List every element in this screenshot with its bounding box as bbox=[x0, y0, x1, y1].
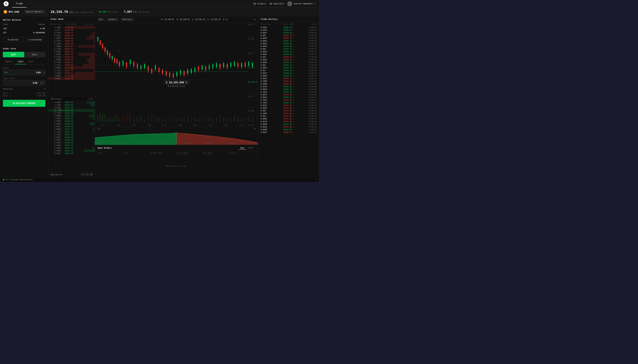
settings-icon[interactable]: ⚙ bbox=[315, 178, 316, 181]
ob-bid-row[interactable]: 3.0000 10331.00 - bbox=[48, 114, 95, 117]
th-price: 10333.00 ↗ bbox=[279, 107, 298, 109]
limit-price-input[interactable] bbox=[3, 80, 39, 86]
advanced-row: Advanced ▾ bbox=[3, 88, 45, 90]
th-col-size: Trade Size bbox=[261, 23, 279, 25]
ob-bid-row[interactable]: 0.7599 10332.90 - bbox=[48, 112, 95, 114]
timeframe-select[interactable]: 5m ▾ bbox=[98, 18, 105, 21]
ob-bid-row[interactable]: 1.0000 10325.45 - bbox=[48, 147, 95, 150]
price-chart-area[interactable]: $10,425 $10,400 $10,375 $10,350 $10,336.… bbox=[95, 23, 258, 127]
ob-bid-row[interactable]: 0.0037 10326.45 - bbox=[48, 136, 95, 139]
limit-tab[interactable]: LIMIT bbox=[15, 60, 26, 64]
user-section[interactable]: Satoshi Nakamoto ▾ bbox=[287, 1, 315, 6]
ob-ask-row[interactable]: 3.0000 10336.35 - bbox=[48, 74, 95, 77]
ob-ask-row[interactable]: 1.4371 10340.00 - bbox=[48, 64, 95, 66]
th-time: 9:49:30 bbox=[298, 59, 316, 61]
ask-my-size: - bbox=[79, 43, 93, 44]
amount-input[interactable] bbox=[9, 70, 42, 75]
bid-size: 2.5100 bbox=[51, 104, 65, 106]
stop-tab[interactable]: STOP bbox=[26, 60, 36, 64]
nav-tab-trade[interactable]: Trade bbox=[12, 0, 26, 8]
ob-bid-row[interactable]: 0.0023 10326.40 - bbox=[48, 139, 95, 141]
agg-decrease-btn[interactable]: − bbox=[86, 173, 89, 176]
max-label[interactable]: Max bbox=[3, 72, 9, 74]
sell-tab[interactable]: SELL bbox=[24, 52, 46, 57]
agg-increase-btn[interactable]: + bbox=[90, 173, 93, 176]
deposit-button[interactable]: ⊕ DEPOSIT bbox=[3, 37, 24, 42]
ob-bid-row[interactable]: 0.0984 10333.50 - bbox=[48, 106, 95, 109]
ob-ask-row[interactable]: 3.0000 10339.25 - bbox=[48, 66, 95, 69]
wallet-row-btc: BTC 0.00000000 bbox=[3, 31, 45, 34]
my-orders-btn[interactable]: My Orders bbox=[254, 2, 266, 5]
left-panel: Wallet Balance Asset Amount USD 0.00 bbox=[0, 16, 48, 177]
ob-bid-row[interactable]: 0.6168 10326.30 - bbox=[48, 141, 95, 144]
th-size: 0.007 bbox=[261, 34, 279, 36]
ob-bid-row[interactable]: 0.0011 10328.15 - bbox=[48, 125, 95, 128]
bid-size: 1.0000 bbox=[51, 128, 65, 130]
chart-expand-btn[interactable]: ▶ bbox=[254, 18, 255, 20]
ob-ask-row[interactable]: 0.0688 10342.15 - bbox=[48, 50, 95, 53]
ob-ask-row[interactable]: 3.1400 10344.45 - bbox=[48, 26, 95, 29]
svg-rect-62 bbox=[107, 50, 108, 55]
th-price: 10332.95 ↗ bbox=[279, 115, 298, 117]
ob-ask-row[interactable]: 0.1100 10342.90 - bbox=[48, 42, 95, 45]
ob-bid-row[interactable]: 4.4045 10335.05 - bbox=[48, 101, 95, 104]
chart-type-select[interactable]: Candle ▾ bbox=[107, 18, 119, 21]
ob-ask-row[interactable]: 0.5922 10344.30 - bbox=[48, 34, 95, 37]
th-size: 0.0031 bbox=[261, 54, 279, 55]
ask-size: 3.0000 bbox=[51, 67, 65, 69]
ob-col-price: Price (USD) bbox=[65, 23, 79, 25]
svg-rect-66 bbox=[112, 56, 113, 59]
ob-bid-row[interactable]: 0.0021 10324.50 - bbox=[48, 152, 95, 155]
ob-bid-row[interactable]: 0.0999 10329.25 - bbox=[48, 120, 95, 122]
chevron-down-icon[interactable]: ▾ bbox=[44, 88, 45, 90]
ob-ask-row[interactable]: 0.7599 10340.35 - bbox=[48, 61, 95, 64]
open-tab[interactable]: Open bbox=[239, 146, 246, 150]
ob-bid-row[interactable]: 0.0500 10325.75 - bbox=[48, 144, 95, 147]
market-select-btn[interactable]: Select Market ▾ bbox=[25, 10, 45, 14]
candlestick-chart-svg bbox=[95, 23, 258, 127]
ohlcv-o: 10,338.05 bbox=[164, 18, 174, 20]
ob-bid-row[interactable]: 0.1022 10326.50 - bbox=[48, 133, 95, 136]
th-size: 0.0463 bbox=[261, 45, 279, 47]
my-wallets-btn[interactable]: My Wallets bbox=[270, 2, 284, 5]
ob-ask-row[interactable]: 1.0007 10344.00 - bbox=[48, 37, 95, 40]
ob-ask-row[interactable]: 0.6100 10341.80 - bbox=[48, 56, 95, 58]
place-order-button[interactable]: PLACE BUY ORDER bbox=[3, 100, 45, 107]
ob-bid-row[interactable]: 1.0000 10327.95 - bbox=[48, 128, 95, 130]
bid-size: 0.0011 bbox=[51, 126, 65, 128]
th-size: 0.2968 bbox=[261, 80, 279, 82]
th-price: 10336.81 ↗ bbox=[279, 29, 298, 31]
ob-ask-row[interactable]: 5.6011 10336.30 - bbox=[48, 77, 95, 80]
ob-ask-row[interactable]: 0.1100 10342.65 - bbox=[48, 48, 95, 50]
ob-bid-row[interactable]: 0.1100 10327.25 - bbox=[48, 130, 95, 133]
open-orders-tabs: Open Fills bbox=[239, 146, 255, 150]
ob-bid-row[interactable]: 2.5100 10334.95 - bbox=[48, 104, 95, 106]
ob-bid-row[interactable]: 3.0268 10329.00 - bbox=[48, 122, 95, 125]
ob-ask-row[interactable]: 0.1047 10343.75 - bbox=[48, 40, 95, 42]
th-size: 0.011 bbox=[261, 70, 279, 72]
ob-ask-row[interactable]: 0.1322 10337.35 - bbox=[48, 69, 95, 72]
overlay-select[interactable]: Overlay ▾ bbox=[121, 18, 134, 21]
btc-icon: ₿ bbox=[4, 10, 7, 14]
ob-ask-row[interactable]: 2.0000 10342.85 - bbox=[48, 45, 95, 48]
ob-bid-row[interactable]: 1.2904 10329.35 - bbox=[48, 117, 95, 120]
ob-bid-row[interactable]: 25.3100 10333.00 - bbox=[48, 109, 95, 112]
ob-ask-row[interactable]: 0.2999 10344.35 - bbox=[48, 32, 95, 34]
ob-ask-row[interactable]: 0.01 10344.40 - bbox=[48, 29, 95, 32]
volume-info: 7,867 BTC 24h volume bbox=[124, 10, 150, 14]
fills-tab[interactable]: Fills bbox=[246, 146, 255, 150]
withdraw-button[interactable]: ⊖ WITHDRAW bbox=[25, 37, 46, 42]
th-col-price: Price (USD) bbox=[279, 23, 298, 25]
ob-ask-row[interactable]: 2.0000 10341.95 - bbox=[48, 53, 95, 56]
price-change-label: 24h price bbox=[108, 11, 119, 13]
buy-tab[interactable]: BUY bbox=[3, 52, 24, 57]
market-tab[interactable]: MARKET bbox=[3, 60, 15, 64]
svg-rect-9 bbox=[105, 114, 105, 122]
ob-ask-row[interactable]: 1.0000 10340.65 - bbox=[48, 58, 95, 61]
ask-my-size: - bbox=[79, 62, 93, 64]
th-price: 10332.00 ↗ bbox=[279, 126, 298, 128]
svg-rect-28 bbox=[166, 119, 167, 122]
th-time: 9:49:20 bbox=[298, 70, 316, 72]
ob-ask-row[interactable]: 2.4140 10336.55 - bbox=[48, 72, 95, 74]
ob-bid-row[interactable]: 6.0000 10325.25 - bbox=[48, 150, 95, 152]
